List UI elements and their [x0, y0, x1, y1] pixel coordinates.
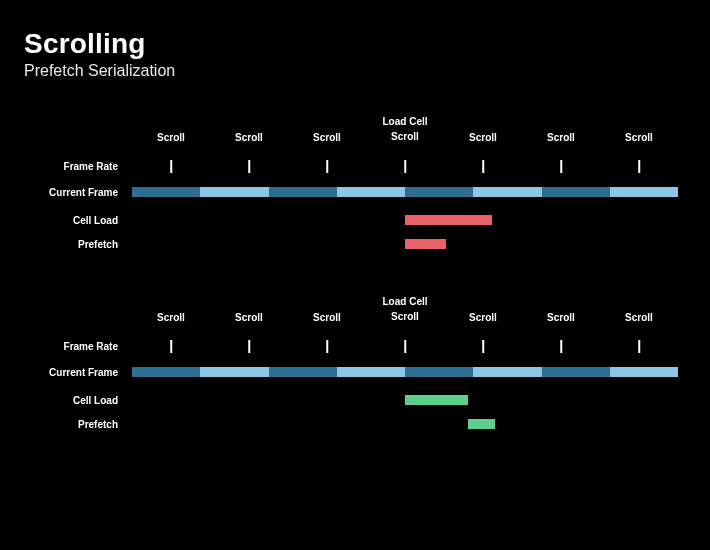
- page-title: Scrolling: [24, 28, 686, 60]
- row-label-current-frame: Current Frame: [49, 367, 118, 378]
- timing-chart-bottom: Frame Rate Current Frame Cell Load Prefe…: [24, 296, 686, 446]
- row-label-cell-load: Cell Load: [73, 395, 118, 406]
- row-label-frame-rate: Frame Rate: [64, 161, 118, 172]
- page-subtitle: Prefetch Serialization: [24, 62, 686, 80]
- row-label-cell-load: Cell Load: [73, 215, 118, 226]
- timing-chart-top: Frame Rate Current Frame Cell Load Prefe…: [24, 116, 686, 266]
- row-label-prefetch: Prefetch: [78, 419, 118, 430]
- row-label-prefetch: Prefetch: [78, 239, 118, 250]
- row-label-current-frame: Current Frame: [49, 187, 118, 198]
- row-label-frame-rate: Frame Rate: [64, 341, 118, 352]
